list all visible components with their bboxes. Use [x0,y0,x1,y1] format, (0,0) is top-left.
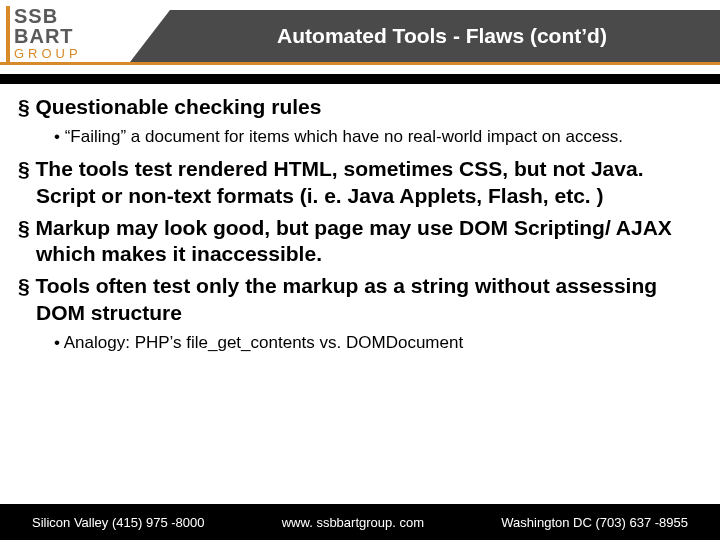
logo: SSB BART GROUP [14,6,82,60]
title-band: Automated Tools - Flaws (cont’d) [130,10,720,62]
title-slant [130,10,170,62]
bullet-level-1: Questionable checking rules [18,94,708,120]
header-divider [0,74,720,84]
footer-right: Washington DC (703) 637 -8955 [501,515,688,530]
footer-left: Silicon Valley (415) 975 -8000 [32,515,204,530]
logo-text-bart: BART [14,25,74,47]
slide-body: Questionable checking rules“Failing” a d… [18,94,708,362]
title-underline [0,62,720,65]
bullet-level-2: “Failing” a document for items which hav… [54,126,708,148]
footer-center: www. ssbbartgroup. com [282,515,424,530]
slide-header: SSB BART GROUP Automated Tools - Flaws (… [0,0,720,78]
logo-text-ssb: SSB [14,5,58,27]
bullet-level-1: Markup may look good, but page may use D… [18,215,708,268]
bullet-level-1: The tools test rendered HTML, sometimes … [18,156,708,209]
logo-text-group: GROUP [14,47,82,60]
bullet-level-1: Tools often test only the markup as a st… [18,273,708,326]
slide-title: Automated Tools - Flaws (cont’d) [170,10,720,62]
bullet-level-2: Analogy: PHP’s file_get_contents vs. DOM… [54,332,708,354]
logo-accent-bar [6,6,10,62]
slide-footer: Silicon Valley (415) 975 -8000 www. ssbb… [0,504,720,540]
